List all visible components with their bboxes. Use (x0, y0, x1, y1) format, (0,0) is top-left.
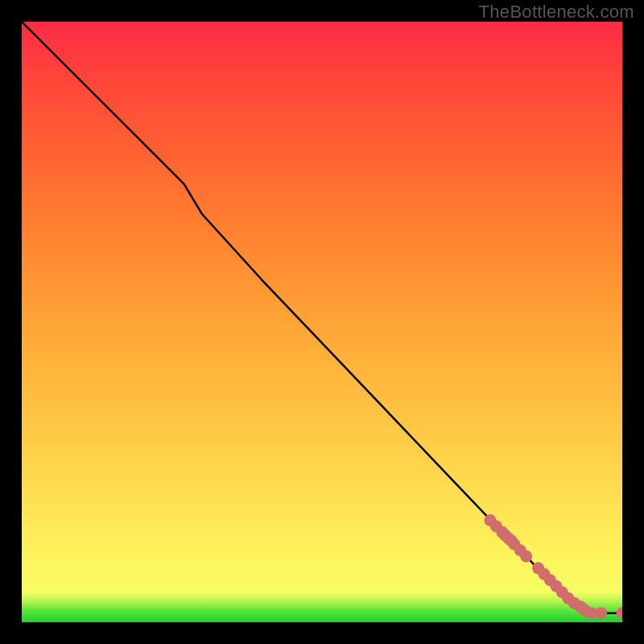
watermark-text: TheBottleneck.com (479, 2, 634, 23)
chart-stage: TheBottleneck.com (0, 0, 644, 644)
plot-area (22, 22, 622, 622)
